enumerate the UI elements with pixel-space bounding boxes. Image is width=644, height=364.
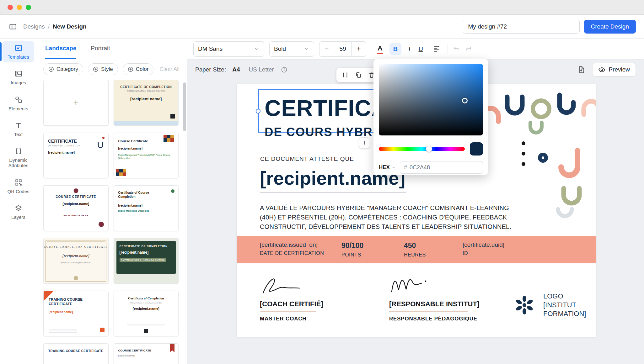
tab-portrait[interactable]: Portrait <box>91 39 110 59</box>
rail-item-templates[interactable]: Templates <box>0 40 37 63</box>
template-title: CERTIFICATE OF COMPLETION <box>114 85 179 89</box>
duplicate-button[interactable] <box>353 69 364 81</box>
rail-item-text[interactable]: Text <box>0 118 37 140</box>
hex-mode-select[interactable]: HEX <box>379 164 396 171</box>
info-icon[interactable] <box>281 66 287 73</box>
rail-item-layers[interactable]: Layers <box>0 201 37 223</box>
template-thumbnail[interactable]: COURSE COMPLETION CERTIFICATE [recipient… <box>43 238 109 284</box>
minimize-window-button[interactable] <box>17 5 22 10</box>
breadcrumb-separator: / <box>48 23 50 30</box>
saturation-cursor[interactable] <box>462 98 468 103</box>
font-weight-select[interactable]: Bold <box>269 41 314 57</box>
add-element-button[interactable]: + <box>359 137 370 148</box>
template-extra: Digital Marketing Strategies <box>118 209 149 212</box>
template-thumbnail[interactable]: COURSE CERTIFICATE [recipient.name] <box>114 343 179 364</box>
rail-label: Elements <box>8 106 28 111</box>
tab-landscape[interactable]: Landscape <box>45 39 76 59</box>
rail-item-dynamic-attributes[interactable]: Dynamic Attributes <box>0 144 37 172</box>
circle-plus-icon <box>128 66 133 72</box>
template-thumbnail[interactable]: CERTIFICATE OF COMPLETION [recipient.nam… <box>114 238 179 284</box>
italic-button[interactable]: I <box>406 45 412 53</box>
font-family-select[interactable]: DM Sans <box>193 41 264 57</box>
selection-resize-handle[interactable] <box>256 109 260 113</box>
dynamic-attribute-button[interactable] <box>340 69 351 81</box>
export-pdf-button[interactable] <box>575 63 588 76</box>
clear-all-button[interactable]: Clear All <box>159 66 179 72</box>
hex-value-input[interactable]: # 0C2A48 <box>400 161 483 174</box>
breadcrumb-designs[interactable]: Designs <box>23 23 45 30</box>
stat-uuid: [certificate.uuid] ID <box>463 241 504 256</box>
hue-slider[interactable] <box>379 147 465 151</box>
text-toolbar: DM Sans Bold − 59 + A B I U <box>187 39 644 60</box>
certificate-attest-line[interactable]: CE DOCUMENT ATTESTE QUE <box>260 156 354 162</box>
align-left-icon[interactable] <box>432 45 441 53</box>
template-recipient: [recipient.name] <box>114 97 179 101</box>
panel-scrollbar[interactable] <box>183 82 186 131</box>
template-extra: Financial Accounting Fundamentals <box>44 261 108 264</box>
rail-item-images[interactable]: Images <box>0 66 37 89</box>
template-thumbnail[interactable]: CERTIFICATE OF COMPLETION COMMUNICATION … <box>114 80 179 126</box>
underline-button[interactable]: U <box>417 45 424 53</box>
template-thumbnail[interactable]: CERTIFICATE OF COURSE COMPLETION [recipi… <box>43 133 109 178</box>
certificate-body[interactable]: A VALIDÉ LE PARCOURS HYBRIDE "MANAGER CO… <box>260 203 521 231</box>
stat-issued-on: [certificate.issued_on] DATE DE CERTIFIC… <box>260 241 324 256</box>
font-size-decrease-button[interactable]: − <box>319 41 334 57</box>
preview-button[interactable]: Preview <box>592 63 636 76</box>
layers-icon <box>14 204 23 212</box>
template-thumbnail[interactable]: TRAINING COURSE CERTIFICATE <box>43 343 109 364</box>
stats-band[interactable]: [certificate.issued_on] DATE DE CERTIFIC… <box>237 236 596 263</box>
template-thumbnail-blank[interactable]: + <box>43 80 109 126</box>
signature-block-institut[interactable]: [RESPONSABLE INSTITUT] RESPONSABLE PÉDAG… <box>389 274 479 322</box>
design-name-input[interactable] <box>463 20 580 34</box>
rail-item-qr-codes[interactable]: QR Codes <box>0 175 37 198</box>
template-recipient: [recipient.name] <box>118 147 142 151</box>
saturation-field[interactable] <box>379 64 483 135</box>
filter-row: Category Style Color Clear All <box>37 59 187 79</box>
templates-icon <box>14 44 23 52</box>
logo-block[interactable]: LOGO [INSTITUT FORMATION] <box>511 292 586 318</box>
close-window-button[interactable] <box>8 5 13 10</box>
filter-style-button[interactable]: Style <box>88 63 118 75</box>
template-thumbnail[interactable]: Certificate of Course Completion [recipi… <box>114 185 179 231</box>
template-title: Certificate of Completion <box>114 297 179 300</box>
stat-label: ID <box>463 251 504 256</box>
stat-value: [certificate.issued_on] <box>260 241 324 248</box>
redo-icon[interactable] <box>465 45 472 53</box>
template-recipient: [recipient.name] <box>118 204 142 207</box>
undo-icon[interactable] <box>453 45 460 53</box>
laurel-badge-deco <box>74 276 78 280</box>
rail-item-elements[interactable]: Elements <box>0 92 37 115</box>
paper-size-a4[interactable]: A4 <box>232 66 240 73</box>
paper-size-label: Paper Size: <box>195 66 226 73</box>
font-family-value: DM Sans <box>198 45 223 52</box>
filter-category-button[interactable]: Category <box>43 63 83 75</box>
template-thumbnail[interactable]: TRAINING COURSE CERTIFICATE [recipient.n… <box>43 291 109 336</box>
icon-rail: Templates Images Elements Text Dynamic A… <box>0 39 37 364</box>
qr-codes-icon <box>14 178 23 187</box>
template-thumbnail[interactable]: Certificate of Completion This certifica… <box>114 291 179 336</box>
zoom-window-button[interactable] <box>26 5 31 10</box>
template-recipient: [recipient.name] <box>44 202 108 206</box>
copy-icon <box>355 71 362 78</box>
template-recipient: [recipient.name] <box>48 150 75 154</box>
chevron-down-icon <box>391 165 396 170</box>
template-title: CERTIFICATE <box>48 139 77 144</box>
circle-plus-icon <box>48 66 54 72</box>
chevron-down-icon <box>254 46 260 52</box>
rail-label: Dynamic Attributes <box>1 157 35 168</box>
filter-label: Style <box>101 66 113 72</box>
filter-color-button[interactable]: Color <box>123 63 154 75</box>
stat-value: [certificate.uuid] <box>463 241 504 248</box>
hue-slider-handle[interactable] <box>426 146 432 152</box>
bold-button[interactable]: B <box>389 43 401 55</box>
template-thumbnail[interactable]: COURSE CERTIFICATE [recipient.name] FINA… <box>43 185 109 231</box>
sidebar-toggle-icon[interactable] <box>8 22 18 31</box>
paper-size-us-letter[interactable]: US Letter <box>249 66 274 73</box>
breadcrumb-current: New Design <box>53 23 87 30</box>
signature-block-coach[interactable]: [COACH CERTIFIÉ] MASTER COACH <box>260 274 323 322</box>
template-thumbnail[interactable]: Course Certificate [recipient.name] Proj… <box>114 133 179 178</box>
text-color-button[interactable]: A <box>376 44 384 54</box>
font-size-increase-button[interactable]: + <box>352 41 366 57</box>
create-design-button[interactable]: Create Design <box>584 20 636 34</box>
font-size-value[interactable]: 59 <box>334 41 352 57</box>
